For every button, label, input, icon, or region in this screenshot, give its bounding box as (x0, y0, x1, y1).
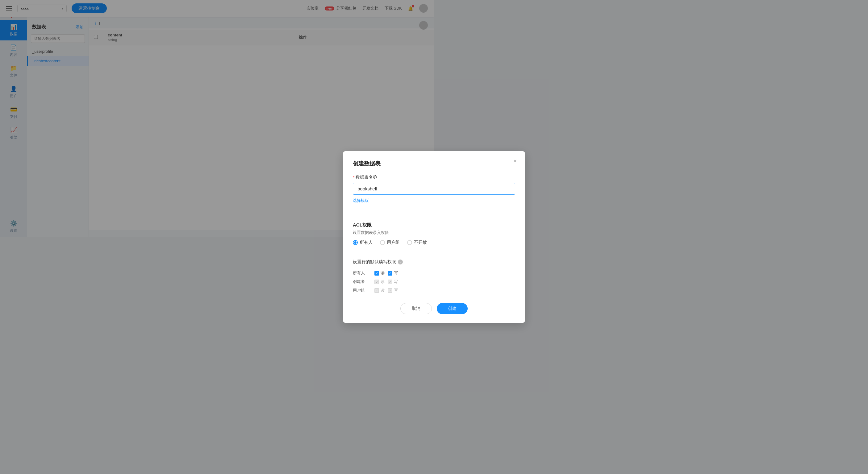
acl-desc: 设置数据表录入权限 (353, 230, 434, 235)
create-table-modal: 创建数据表 × * 数据表名称 选择模版 ACL权限 设置数据表录入权限 所有人… (343, 151, 434, 237)
modal-title: 创建数据表 (353, 160, 434, 167)
choose-template-link[interactable]: 选择模版 (353, 198, 369, 203)
divider-1 (353, 216, 434, 216)
field-name-label: * 数据表名称 (353, 175, 434, 180)
modal-overlay[interactable]: 创建数据表 × * 数据表名称 选择模版 ACL权限 设置数据表录入权限 所有人… (0, 0, 434, 237)
table-name-input[interactable] (353, 183, 434, 195)
required-star: * (353, 175, 354, 180)
acl-title: ACL权限 (353, 222, 434, 228)
